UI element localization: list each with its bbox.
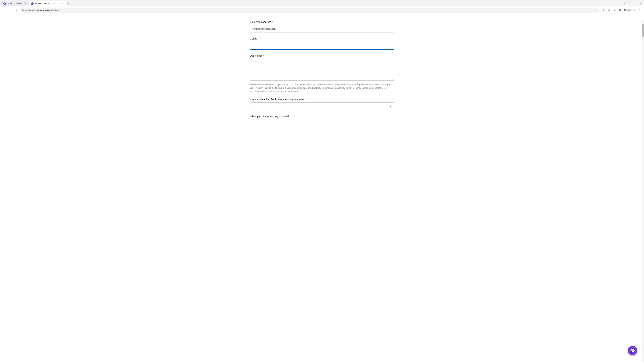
email-required: *: [272, 20, 273, 23]
close-button[interactable]: ✕: [636, 0, 644, 7]
back-button[interactable]: ←: [2, 8, 7, 12]
support-group: What type of support do you need?*: [250, 115, 394, 118]
incognito-badge: 🕵 Incognito: [622, 8, 636, 12]
extensions-button[interactable]: ⧉: [606, 8, 611, 12]
description-group: Description* ⤡ Please enter a descriptio…: [250, 54, 394, 93]
tab2-title: Submit a request – Seesaw Hel…: [35, 2, 60, 5]
resize-handle: ⤡: [392, 79, 394, 80]
more-button[interactable]: ⋮: [637, 8, 642, 12]
reload-button[interactable]: ↻: [14, 8, 19, 12]
page-content: Your email address* Subject* Description…: [0, 14, 644, 356]
forward-button: →: [8, 8, 13, 12]
form-container: Your email address* Subject* Description…: [246, 20, 398, 118]
description-textarea[interactable]: [250, 59, 394, 81]
chat-button[interactable]: 💬: [628, 346, 637, 355]
description-required: *: [263, 54, 264, 57]
nav-actions: ☆ ⧉ ⬇ ▣ 🕵 Incognito ⋮: [601, 8, 642, 12]
subject-input[interactable]: [250, 42, 394, 50]
address-bar[interactable]: help.seesaw.me/hc/en-us/requests/new: [20, 7, 600, 12]
incognito-icon: 🕵: [624, 9, 626, 11]
minimize-button[interactable]: −: [621, 0, 628, 7]
tab2-close[interactable]: ✕: [61, 2, 64, 5]
tab-submit-request[interactable]: S Submit a request – Seesaw Hel… ✕: [29, 1, 66, 6]
tab-bar: S Journal - Seesaw ✕ S Submit a request …: [0, 0, 644, 6]
textarea-wrapper: ⤡: [250, 59, 394, 81]
tab1-favicon: S: [3, 2, 6, 5]
email-input[interactable]: [250, 25, 394, 33]
subject-group: Subject*: [250, 37, 394, 50]
subject-required: *: [258, 37, 260, 40]
bookmark-button[interactable]: ☆: [601, 8, 606, 12]
scrollbar-thumb[interactable]: [642, 23, 644, 37]
split-button[interactable]: ▣: [617, 8, 622, 12]
description-hint: Please enter a description of your reque…: [250, 83, 394, 93]
new-tab-button[interactable]: +: [66, 1, 70, 6]
role-group: Are you a teacher, family member, or adm…: [250, 98, 394, 110]
browser-chrome: S Journal - Seesaw ✕ S Submit a request …: [0, 0, 644, 14]
email-label: Your email address*: [250, 20, 394, 23]
address-text: help.seesaw.me/hc/en-us/requests/new: [22, 9, 598, 11]
tab1-title: Journal - Seesaw: [8, 2, 23, 5]
email-group: Your email address*: [250, 20, 394, 33]
download-button[interactable]: ⬇: [612, 8, 616, 12]
chat-icon: 💬: [630, 349, 635, 353]
incognito-label: Incognito: [627, 9, 635, 11]
tab1-close[interactable]: ✕: [24, 2, 27, 5]
description-label: Description*: [250, 54, 394, 57]
tab2-favicon: S: [31, 2, 34, 5]
window-controls: − □ ✕: [621, 0, 644, 7]
support-label: What type of support do you need?*: [250, 115, 394, 118]
role-select[interactable]: - Teacher Family Member Administrator: [250, 102, 394, 110]
support-required: *: [290, 115, 290, 118]
maximize-button[interactable]: □: [628, 0, 636, 7]
scrollbar[interactable]: [642, 20, 644, 356]
subject-label: Subject*: [250, 37, 394, 40]
role-label: Are you a teacher, family member, or adm…: [250, 98, 394, 101]
tab-journal-seesaw[interactable]: S Journal - Seesaw ✕: [1, 1, 29, 6]
navigation-bar: ← → ↻ help.seesaw.me/hc/en-us/requests/n…: [0, 6, 644, 14]
role-required: *: [308, 98, 309, 101]
